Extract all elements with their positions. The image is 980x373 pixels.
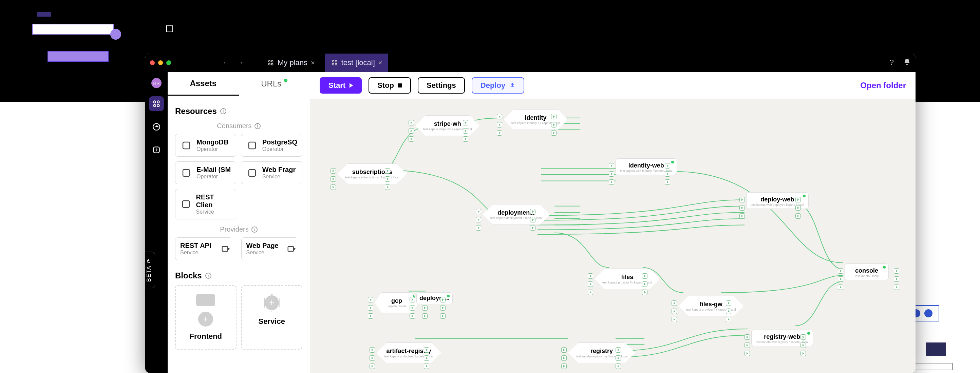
port-icon[interactable] [795, 213, 801, 219]
port-icon[interactable] [331, 176, 336, 182]
port-icon[interactable] [368, 305, 373, 311]
port-icon[interactable] [800, 343, 806, 348]
port-icon[interactable] [561, 363, 567, 369]
port-icon[interactable] [410, 305, 415, 311]
nav-forward-icon[interactable]: → [236, 58, 243, 67]
port-icon[interactable] [665, 179, 670, 185]
port-icon[interactable] [551, 130, 557, 136]
port-icon[interactable] [588, 290, 593, 295]
port-icon[interactable] [369, 363, 375, 369]
port-icon[interactable] [476, 217, 481, 222]
canvas-node-artifact-registry[interactable]: artifact-registry test kapeta artifact-r… [376, 343, 441, 363]
notifications-icon[interactable] [903, 58, 911, 67]
port-icon[interactable] [800, 334, 806, 340]
port-icon[interactable] [440, 297, 445, 303]
port-icon[interactable] [894, 276, 899, 282]
canvas-node-files[interactable]: files test kapeta provider fl / kapeta /… [595, 268, 660, 289]
port-icon[interactable] [385, 184, 390, 190]
port-icon[interactable] [588, 281, 593, 287]
port-icon[interactable] [561, 356, 567, 361]
tab-my-plans[interactable]: My plans × [261, 54, 321, 72]
info-icon[interactable]: i [205, 273, 212, 279]
port-icon[interactable] [838, 284, 843, 290]
port-icon[interactable] [497, 122, 502, 127]
port-icon[interactable] [463, 128, 468, 133]
port-icon[interactable] [410, 313, 415, 319]
deploy-button[interactable]: Deploy [472, 77, 524, 94]
port-icon[interactable] [440, 305, 445, 311]
block-card-service[interactable]: +Service [241, 285, 303, 349]
port-icon[interactable] [422, 313, 428, 319]
port-icon[interactable] [740, 197, 745, 202]
port-icon[interactable] [551, 114, 557, 119]
port-icon[interactable] [424, 363, 429, 369]
maximize-window-icon[interactable] [166, 60, 171, 65]
port-icon[interactable] [745, 351, 750, 356]
port-icon[interactable] [409, 137, 414, 142]
port-icon[interactable] [561, 347, 567, 352]
port-icon[interactable] [331, 168, 336, 174]
port-icon[interactable] [385, 168, 390, 174]
port-icon[interactable] [726, 309, 731, 314]
port-icon[interactable] [665, 171, 670, 177]
close-tab-icon[interactable]: × [379, 59, 382, 67]
port-icon[interactable] [795, 197, 801, 202]
port-icon[interactable] [609, 163, 614, 168]
port-icon[interactable] [476, 225, 481, 230]
port-icon[interactable] [588, 273, 593, 279]
port-icon[interactable] [671, 300, 677, 306]
port-icon[interactable] [410, 297, 415, 303]
help-icon[interactable]: ? [890, 58, 894, 67]
port-icon[interactable] [530, 225, 536, 230]
port-icon[interactable] [551, 122, 557, 127]
port-icon[interactable] [424, 356, 429, 361]
canvas-node-console[interactable]: console test kapeta / local [845, 263, 889, 280]
port-icon[interactable] [476, 209, 481, 214]
port-icon[interactable] [894, 268, 899, 274]
port-icon[interactable] [609, 179, 614, 185]
info-icon[interactable]: i [255, 123, 261, 129]
resource-card-mongodb[interactable]: MongoDB Operator [175, 134, 236, 157]
port-icon[interactable] [726, 300, 731, 306]
port-icon[interactable] [497, 114, 502, 119]
port-icon[interactable] [497, 130, 502, 136]
port-icon[interactable] [745, 343, 750, 348]
close-window-icon[interactable] [150, 60, 155, 65]
port-icon[interactable] [409, 128, 414, 133]
port-icon[interactable] [665, 163, 670, 168]
port-icon[interactable] [740, 213, 745, 219]
port-icon[interactable] [409, 120, 414, 125]
info-icon[interactable]: i [220, 108, 226, 114]
port-icon[interactable] [838, 276, 843, 282]
port-icon[interactable] [368, 313, 373, 319]
port-icon[interactable] [440, 313, 445, 319]
canvas-node-identity[interactable]: identity test kapeta identity a / kapeta… [504, 109, 568, 130]
rail-power-icon[interactable] [149, 143, 164, 157]
close-tab-icon[interactable]: × [311, 59, 315, 67]
port-icon[interactable] [745, 334, 750, 340]
port-icon[interactable] [463, 137, 468, 142]
canvas-node-subscriptions[interactable]: subscriptions test kapeta subscriptions … [337, 163, 407, 184]
port-icon[interactable] [385, 176, 390, 182]
port-icon[interactable] [369, 347, 375, 352]
resource-card-rest-clien[interactable]: REST Clien Service [175, 189, 236, 219]
port-icon[interactable] [642, 290, 648, 295]
port-icon[interactable] [894, 284, 899, 290]
canvas-node-deploym[interactable]: deploym... [416, 292, 453, 304]
port-icon[interactable] [422, 305, 428, 311]
port-icon[interactable] [726, 317, 731, 322]
rail-plans-icon[interactable] [149, 96, 164, 111]
port-icon[interactable] [616, 363, 621, 369]
canvas-node-stripe-wh[interactable]: stripe-wh test kapeta stripe-wh / kapeta… [415, 115, 480, 136]
block-card-frontend[interactable]: +Frontend [175, 285, 237, 349]
sidebar-tab-assets[interactable]: Assets [168, 72, 239, 95]
canvas-node-registry[interactable]: registry test kapeta-registry ma / kapet… [568, 343, 635, 363]
tab-test-local[interactable]: test [local] × [325, 54, 388, 72]
port-icon[interactable] [838, 268, 843, 274]
minimize-window-icon[interactable] [158, 60, 163, 65]
port-icon[interactable] [642, 273, 648, 279]
port-icon[interactable] [331, 184, 336, 190]
port-icon[interactable] [616, 347, 621, 352]
canvas[interactable]: stripe-wh test kapeta stripe-wh / kapeta… [310, 99, 916, 373]
stop-button[interactable]: Stop [369, 77, 411, 94]
